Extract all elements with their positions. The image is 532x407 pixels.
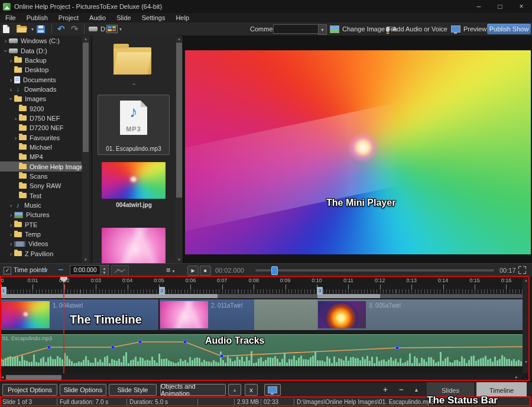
chevron-right-icon[interactable]: › [12,135,19,141]
chevron-right-icon[interactable]: › [2,38,9,44]
tree-item-temp[interactable]: ›Temp [0,230,82,239]
tree-item-michael[interactable]: Michael [0,143,82,152]
chevron-right-icon[interactable]: › [8,212,14,218]
save-button[interactable] [37,22,45,35]
add-audio-button[interactable]: Add Audio or Voice [386,22,447,35]
scroll-left-icon[interactable]: ◂ [1,374,4,380]
move-up-button[interactable]: ▲ [228,384,241,396]
publish-show-button[interactable]: Publish Show [487,24,531,34]
comment-input[interactable] [273,24,320,34]
tree-item-backup[interactable]: ›Backup [0,56,82,65]
slide-options-button[interactable]: Slide Options [60,384,106,396]
scroll-down-icon[interactable]: ▾ [176,257,183,263]
maximize-button[interactable]: □ [489,0,511,13]
time-point-value-field[interactable]: 0:00.000 [70,265,100,275]
zoom-out-button[interactable]: − [399,385,404,394]
menu-publish[interactable]: Publish [21,14,53,21]
menu-audio[interactable]: Audio [84,14,111,21]
tree-item-sony-raw[interactable]: Sony RAW [0,181,82,190]
menu-file[interactable]: File [0,14,21,21]
add-time-point-button[interactable]: + [43,264,48,275]
file-scrollbar-thumb[interactable] [176,43,182,198]
view-mode-button[interactable]: ▾ [106,22,122,35]
scroll-up-icon[interactable]: ▴ [523,277,530,283]
slide-marker-2[interactable]: 2 [159,287,165,295]
project-options-button[interactable]: Project Options [2,384,57,396]
seek-slider-thumb[interactable] [271,266,278,275]
chevron-down-icon[interactable]: › [8,96,14,102]
scroll-down-icon[interactable]: ▾ [82,257,89,263]
menu-help[interactable]: Help [170,14,194,21]
tree-item-windows-c-[interactable]: ›Windows (C:) [0,36,82,46]
envelope-keypoint[interactable] [48,346,51,349]
chevron-right-icon[interactable]: › [8,57,14,63]
timeline-menu-button[interactable]: ≡▾ [166,266,175,274]
menu-slide[interactable]: Slide [111,14,136,21]
parent-folder-item[interactable] [113,44,151,75]
scroll-down-icon[interactable]: ▾ [523,359,530,365]
redo-button[interactable]: ↷ [71,22,79,35]
close-button[interactable]: × [511,0,532,13]
chevron-right-icon[interactable]: › [8,77,14,83]
transition-bar[interactable] [1,294,218,298]
tree-item-downloads[interactable]: ›Downloads [0,85,82,94]
spin-up-icon[interactable]: ▲ [103,267,106,271]
tree-item-9200[interactable]: 9200 [0,104,82,113]
tree-item-pictures[interactable]: ›Pictures [0,210,82,219]
collapse-button[interactable]: ▲ [414,387,419,393]
tree-item-test[interactable]: Test [0,191,82,201]
tree-item-pte[interactable]: ›PTE [0,220,82,230]
tab-slides[interactable]: Slides [427,382,474,398]
tree-scrollbar[interactable]: ▴ ▾ [82,36,89,263]
tree-item-d750-nef[interactable]: ›D750 NEF [0,114,82,123]
transition-bar[interactable] [317,294,380,298]
slide-style-button[interactable]: Slide Style [109,384,157,396]
envelope-keypoint[interactable] [139,341,142,344]
time-spinner[interactable]: ▲▼ [100,265,109,276]
image-file-item[interactable] [102,162,166,199]
slide-marker-1[interactable]: 1 [1,287,7,295]
timeline-hscrollbar[interactable]: ◂ ▸ [0,374,523,381]
time-points-checkbox[interactable]: ✓ [4,267,11,274]
chevron-down-icon[interactable]: › [3,47,9,54]
chevron-right-icon[interactable]: › [8,202,14,208]
slide-marker-3[interactable]: 3 [317,287,323,295]
chevron-right-icon[interactable]: › [8,241,14,247]
envelope-keypoint[interactable] [112,346,115,349]
stop-button[interactable]: ■ [200,266,211,276]
envelope-tool-button[interactable] [111,265,129,276]
scroll-right-icon[interactable]: ▸ [515,374,518,380]
audio-file-item[interactable]: ♪ MP3 01. Escapulindo.mp3 [98,95,170,155]
play-button[interactable]: ▶ [187,266,199,276]
tree-item-scans[interactable]: Scans [0,172,82,181]
chevron-right-icon[interactable]: › [8,222,14,228]
image-file-item[interactable] [102,228,166,263]
fullscreen-icon[interactable] [518,266,526,274]
volume-envelope[interactable] [0,335,528,366]
tab-timeline[interactable]: Timeline [476,382,527,398]
chevron-right-icon[interactable]: › [8,86,14,92]
zoom-in-button[interactable]: + [383,385,388,394]
drive-button[interactable]: D: [89,22,107,35]
chevron-right-icon[interactable]: › [8,231,14,237]
preview-button[interactable]: Preview [451,22,486,35]
menu-project[interactable]: Project [53,14,84,21]
envelope-keypoint[interactable] [184,341,187,344]
timeline-hscroll-thumb[interactable] [6,375,61,380]
open-project-button[interactable] [17,22,27,35]
scroll-up-icon[interactable]: ▴ [176,36,183,42]
seek-slider-track[interactable] [255,269,494,272]
delete-slide-button[interactable]: x [245,384,258,396]
undo-button[interactable]: ↶ [57,22,65,35]
tree-item-data-d-[interactable]: ›Data (D:) [0,46,82,55]
slide-thumbnail-2[interactable] [160,301,208,328]
playhead-line[interactable] [63,277,64,373]
tree-item-documents[interactable]: ›Documents [0,75,82,84]
tree-item-music[interactable]: ›Music [0,201,82,210]
open-dropdown-caret-icon[interactable]: ▾ [31,22,34,35]
envelope-keypoint[interactable] [396,347,399,350]
scroll-up-icon[interactable]: ▴ [82,36,89,42]
tree-item-d7200-nef[interactable]: D7200 NEF [0,123,82,133]
tree-item-mp4[interactable]: MP4 [0,152,82,161]
tree-item-desktop[interactable]: Desktop [0,65,82,75]
